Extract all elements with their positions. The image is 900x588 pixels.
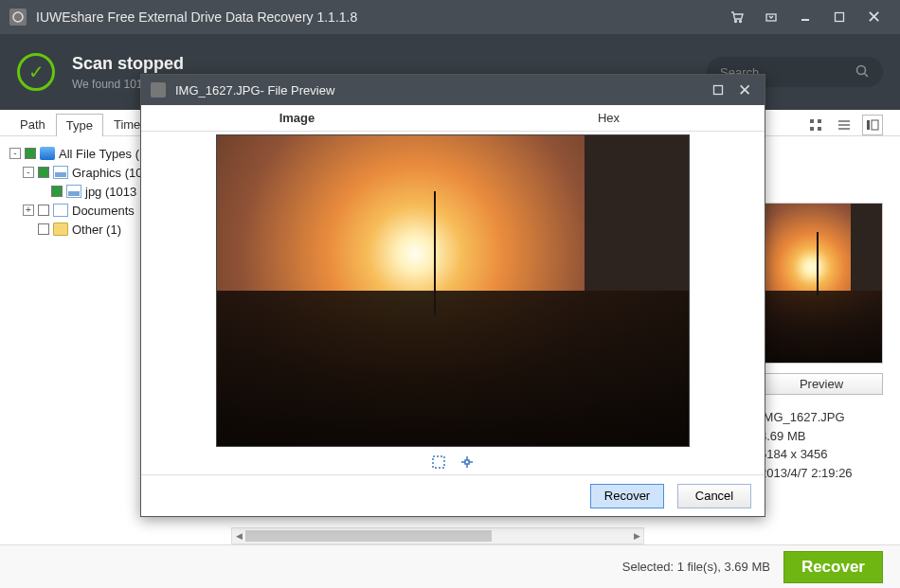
close-icon[interactable]: ✕ <box>862 6 885 28</box>
app-titlebar: IUWEshare Free External Drive Data Recov… <box>0 0 900 34</box>
scroll-thumb[interactable] <box>245 530 492 542</box>
dialog-body <box>141 132 765 474</box>
collapse-icon[interactable]: - <box>23 167 34 178</box>
dialog-tab-image[interactable]: Image <box>141 106 453 130</box>
scan-status-title: Scan stopped <box>72 54 184 74</box>
folder-icon <box>53 223 68 236</box>
footer-bar: Selected: 1 file(s), 3.69 MB Recover <box>0 544 900 588</box>
dialog-tabs: Image Hex <box>141 105 765 132</box>
app-title: IUWEshare Free External Drive Data Recov… <box>36 9 357 25</box>
tree-root-label: All File Types (10 <box>59 147 153 161</box>
fit-to-window-icon[interactable] <box>431 454 446 472</box>
minimize-icon[interactable] <box>794 6 817 28</box>
window-tray-icon[interactable] <box>760 6 783 28</box>
svg-rect-5 <box>836 13 844 22</box>
app-logo-icon <box>9 9 27 26</box>
dialog-tab-hex[interactable]: Hex <box>453 106 765 130</box>
all-types-icon <box>40 147 55 160</box>
cart-icon[interactable] <box>726 6 748 28</box>
dialog-titlebar[interactable]: IMG_1627.JPG- File Preview ✕ <box>141 75 765 105</box>
preview-image <box>216 134 690 447</box>
checkbox[interactable] <box>38 167 49 178</box>
view-list-icon[interactable] <box>834 115 855 135</box>
svg-rect-18 <box>433 456 444 468</box>
detail-filename: IMG_1627.JPG <box>760 408 883 427</box>
search-icon <box>855 63 870 81</box>
checkbox[interactable] <box>38 205 49 216</box>
actual-size-icon[interactable] <box>459 454 475 472</box>
preview-button[interactable]: Preview <box>760 373 883 395</box>
checkbox[interactable] <box>25 148 36 159</box>
dialog-maximize-icon[interactable] <box>708 82 729 98</box>
dialog-cancel-button[interactable]: Cancel <box>677 484 751 508</box>
checkbox[interactable] <box>51 186 63 197</box>
svg-point-1 <box>735 21 737 23</box>
check-circle-icon: ✓ <box>17 53 55 91</box>
collapse-icon[interactable]: - <box>9 148 21 159</box>
graphics-icon <box>53 166 68 179</box>
expand-icon[interactable]: + <box>23 205 34 216</box>
svg-rect-15 <box>867 120 870 130</box>
checkbox[interactable] <box>38 223 49 235</box>
svg-rect-19 <box>465 460 469 464</box>
dialog-footer: Recover Cancel <box>141 474 765 516</box>
maximize-icon[interactable] <box>828 6 851 28</box>
svg-rect-9 <box>818 119 821 123</box>
view-grid-icon[interactable] <box>805 115 826 135</box>
svg-point-0 <box>13 12 23 22</box>
document-icon <box>53 204 68 217</box>
tab-path[interactable]: Path <box>9 113 56 135</box>
svg-point-2 <box>740 21 742 23</box>
jpg-icon <box>66 185 81 198</box>
svg-point-6 <box>857 65 866 74</box>
selection-summary: Selected: 1 file(s), 3.69 MB <box>622 560 770 574</box>
dialog-title: IMG_1627.JPG- File Preview <box>175 83 334 98</box>
detail-timestamp: 2013/4/7 2:19:26 <box>760 464 883 483</box>
tree-jpg-label: jpg (1013 <box>85 185 136 199</box>
file-preview-dialog: IMG_1627.JPG- File Preview ✕ Image Hex R… <box>140 74 765 517</box>
dialog-logo-icon <box>151 82 166 98</box>
tree-documents-label: Documents <box>72 204 135 218</box>
svg-line-7 <box>865 73 869 77</box>
dialog-recover-button[interactable]: Recover <box>590 484 664 508</box>
svg-rect-17 <box>714 85 723 94</box>
dialog-close-icon[interactable]: ✕ <box>734 80 755 100</box>
scroll-right-icon[interactable]: ▶ <box>630 528 643 543</box>
detail-size: 3.69 MB <box>760 427 883 446</box>
detail-thumbnail <box>760 203 883 364</box>
tab-type[interactable]: Type <box>56 114 103 136</box>
view-detail-icon[interactable] <box>862 115 883 135</box>
svg-rect-10 <box>810 127 814 131</box>
tree-other-label: Other (1) <box>72 223 121 237</box>
recover-button[interactable]: Recover <box>783 551 883 583</box>
scroll-left-icon[interactable]: ◀ <box>232 528 245 543</box>
svg-rect-11 <box>818 127 821 131</box>
svg-rect-16 <box>872 120 878 130</box>
detail-panel: Preview IMG_1627.JPG 3.69 MB 5184 x 3456… <box>760 203 883 482</box>
svg-rect-8 <box>810 119 814 123</box>
tree-graphics-label: Graphics (10 <box>72 166 142 180</box>
detail-dimensions: 5184 x 3456 <box>760 445 883 464</box>
horizontal-scrollbar[interactable]: ◀ ▶ <box>231 527 644 544</box>
